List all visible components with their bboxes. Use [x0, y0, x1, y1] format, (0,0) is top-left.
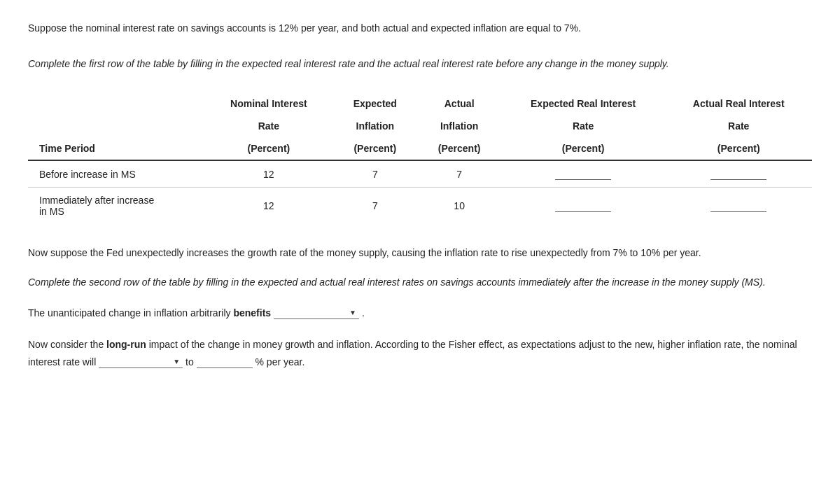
expected-inflation-header2: Inflation — [332, 115, 417, 137]
mid-text: Now suppose the Fed unexpectedly increas… — [28, 245, 812, 260]
benefits-period: . — [362, 307, 365, 318]
table-subheader-row: Time Period (Percent) (Percent) (Percent… — [28, 137, 812, 160]
time-period-col-header: Time Period — [28, 137, 205, 160]
row1-expected-inflation: 7 — [332, 160, 417, 188]
benefits-section: The unanticipated change in inflation ar… — [28, 304, 812, 322]
long-run-percent-input[interactable] — [197, 356, 253, 368]
table-header-row2: Rate Inflation Inflation Rate Rate — [28, 115, 812, 137]
actual-inflation-header2: Inflation — [417, 115, 500, 137]
long-run-dropdown[interactable]: rise fall stay the same — [99, 356, 183, 368]
row1-actual-real-cell — [665, 160, 812, 188]
row2-actual-real-input[interactable] — [710, 200, 766, 212]
expected-real-header2: Rate — [501, 115, 666, 137]
actual-real-subheader: (Percent) — [665, 137, 812, 160]
data-table: Nominal Interest Expected Actual Expecte… — [28, 92, 812, 224]
benefits-bold-word: benefits — [233, 307, 271, 318]
row1-actual-inflation: 7 — [417, 160, 500, 188]
time-period-header-empty2 — [28, 115, 205, 137]
instruction1-text: Complete the first row of the table by f… — [28, 57, 812, 71]
expected-real-header1: Expected Real Interest — [501, 92, 666, 115]
row2-time-period: Immediately after increase in MS — [28, 188, 205, 225]
row1-time-period: Before increase in MS — [28, 160, 205, 188]
nominal-interest-header2: Rate — [205, 115, 332, 137]
row2-expected-real-input[interactable] — [555, 200, 611, 212]
nominal-interest-subheader: (Percent) — [205, 137, 332, 160]
row1-actual-real-input[interactable] — [710, 168, 766, 180]
actual-inflation-subheader: (Percent) — [417, 137, 500, 160]
long-run-percent-label: % per year. — [255, 356, 305, 368]
benefits-dropdown-container: borrowers lenders savers the government … — [274, 307, 359, 319]
table-row-2: Immediately after increase in MS 12 7 10 — [28, 188, 812, 225]
long-run-prefix: Now consider the — [28, 339, 106, 350]
expected-inflation-subheader: (Percent) — [332, 137, 417, 160]
benefits-prefix: The unanticipated change in inflation ar… — [28, 307, 231, 318]
long-run-bold: long-run — [106, 339, 146, 350]
row2-expected-real-cell — [501, 188, 666, 225]
intro-text: Suppose the nominal interest rate on sav… — [28, 21, 812, 36]
instruction2-text: Complete the second row of the table by … — [28, 274, 812, 290]
table-container: Nominal Interest Expected Actual Expecte… — [28, 92, 812, 224]
row2-expected-inflation: 7 — [332, 188, 417, 225]
actual-inflation-header1: Actual — [417, 92, 500, 115]
table-row-1: Before increase in MS 12 7 7 — [28, 160, 812, 188]
expected-inflation-header1: Expected — [332, 92, 417, 115]
actual-real-header2: Rate — [665, 115, 812, 137]
long-run-section: Now consider the long-run impact of the … — [28, 336, 812, 371]
table-header-row1: Nominal Interest Expected Actual Expecte… — [28, 92, 812, 115]
benefits-dropdown[interactable]: borrowers lenders savers the government — [274, 307, 359, 318]
row2-actual-real-cell — [665, 188, 812, 225]
row2-actual-inflation: 10 — [417, 188, 500, 225]
row2-nominal-rate: 12 — [205, 188, 332, 225]
row1-expected-real-input[interactable] — [555, 168, 611, 180]
long-run-dropdown-container: rise fall stay the same ▼ — [99, 356, 183, 368]
time-period-header-empty — [28, 92, 205, 115]
row1-nominal-rate: 12 — [205, 160, 332, 188]
long-run-to: to — [186, 356, 197, 368]
actual-real-header1: Actual Real Interest — [665, 92, 812, 115]
row1-expected-real-cell — [501, 160, 666, 188]
expected-real-subheader: (Percent) — [501, 137, 666, 160]
nominal-interest-header1: Nominal Interest — [205, 92, 332, 115]
